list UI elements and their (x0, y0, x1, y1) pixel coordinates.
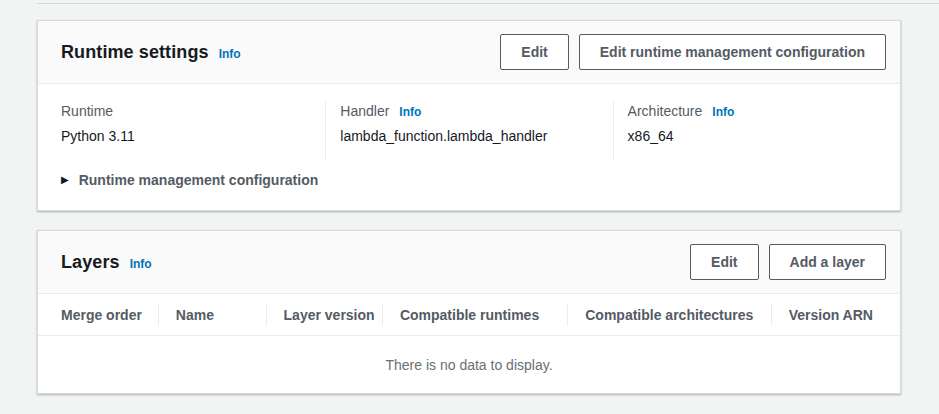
runtime-settings-fields: Runtime Python 3.11 Handler Info lambda_… (38, 84, 900, 160)
layers-actions: Edit Add a layer (690, 244, 886, 280)
architecture-field: Architecture Info x86_64 (613, 101, 900, 160)
layers-card: Layers Info Edit Add a layer Merge order… (37, 230, 901, 394)
layers-table-empty-state: There is no data to display. (38, 336, 900, 393)
column-header-merge-order: Merge order (38, 294, 158, 335)
column-header-compatible-runtimes: Compatible runtimes (382, 294, 567, 335)
layers-header: Layers Info Edit Add a layer (38, 231, 900, 294)
column-header-version-arn: Version ARN (771, 294, 900, 335)
runtime-field: Runtime Python 3.11 (38, 101, 325, 160)
handler-label: Handler (340, 103, 389, 119)
column-header-layer-version: Layer version (266, 294, 382, 335)
layers-table-header-row: Merge order Name Layer version Compatibl… (38, 294, 900, 336)
architecture-value: x86_64 (628, 128, 886, 144)
runtime-settings-title: Runtime settings (61, 42, 209, 63)
handler-field: Handler Info lambda_function.lambda_hand… (325, 101, 612, 160)
section-divider (37, 3, 939, 4)
handler-info-link[interactable]: Info (399, 105, 421, 119)
runtime-management-configuration-expander[interactable]: ▶ Runtime management configuration (38, 160, 900, 210)
runtime-settings-info-link[interactable]: Info (219, 47, 241, 61)
edit-runtime-settings-button[interactable]: Edit (500, 34, 568, 70)
architecture-info-link[interactable]: Info (712, 105, 734, 119)
add-a-layer-button[interactable]: Add a layer (769, 244, 886, 280)
runtime-management-configuration-expander-label: Runtime management configuration (79, 172, 319, 188)
column-header-compatible-architectures: Compatible architectures (567, 294, 770, 335)
triangle-right-icon: ▶ (61, 175, 69, 185)
handler-value: lambda_function.lambda_handler (340, 128, 598, 144)
architecture-label: Architecture (628, 103, 703, 119)
layers-title: Layers (61, 252, 120, 273)
runtime-value: Python 3.11 (61, 128, 311, 144)
column-header-name: Name (158, 294, 266, 335)
lambda-function-config-page: Runtime settings Info Edit Edit runtime … (37, 20, 901, 394)
layers-title-wrap: Layers Info (61, 252, 152, 273)
edit-layers-button[interactable]: Edit (690, 244, 758, 280)
edit-runtime-management-configuration-button[interactable]: Edit runtime management configuration (579, 34, 886, 70)
runtime-settings-header: Runtime settings Info Edit Edit runtime … (38, 21, 900, 84)
runtime-settings-card: Runtime settings Info Edit Edit runtime … (37, 20, 901, 211)
runtime-label: Runtime (61, 103, 113, 119)
runtime-settings-actions: Edit Edit runtime management configurati… (500, 34, 886, 70)
runtime-settings-title-wrap: Runtime settings Info (61, 42, 241, 63)
layers-info-link[interactable]: Info (130, 257, 152, 271)
